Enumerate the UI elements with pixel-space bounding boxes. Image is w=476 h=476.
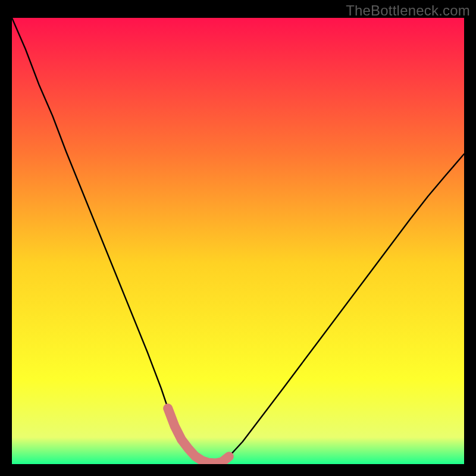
chart-svg <box>12 18 464 464</box>
chart-background <box>12 18 464 464</box>
app-window: TheBottleneck.com <box>0 0 476 476</box>
bottleneck-chart <box>12 18 464 464</box>
watermark-text: TheBottleneck.com <box>346 2 470 19</box>
